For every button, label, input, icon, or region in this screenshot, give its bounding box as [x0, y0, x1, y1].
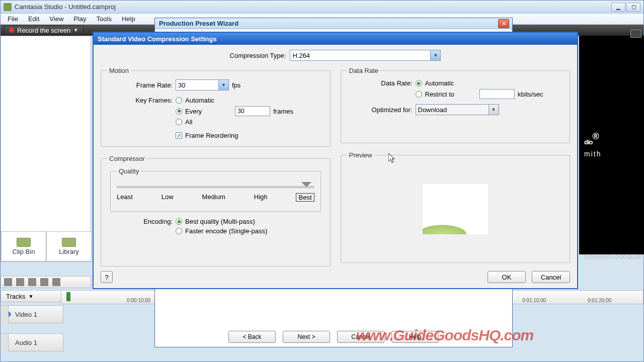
paste-icon[interactable] [52, 278, 60, 286]
minimize-button[interactable] [611, 3, 625, 12]
next-button[interactable]: Next > [283, 331, 330, 343]
record-screen-button[interactable]: Record the screen ▼ [4, 26, 84, 35]
preview-group: Preview [341, 151, 571, 263]
track-video[interactable]: Video 1 [1, 305, 63, 323]
menu-tools[interactable]: Tools [92, 14, 117, 24]
keyframes-label: Key Frames: [132, 97, 173, 104]
frame-rate-value: 30 [178, 81, 185, 89]
lock-icon[interactable] [1, 306, 9, 324]
watermark-text: www.GuideGoodsHQ.com [356, 327, 533, 344]
slider-label: Medium [202, 193, 225, 202]
optimized-select[interactable]: Download ▼ [416, 104, 499, 115]
menu-file[interactable]: File [3, 14, 23, 24]
folder-icon [17, 238, 31, 247]
back-button[interactable]: < Back [228, 331, 276, 343]
keyframes-every-input[interactable] [235, 106, 270, 116]
titlebar: Camtasia Studio - Untitled.camproj [1, 1, 643, 14]
chevron-down-icon: ▼ [29, 294, 34, 299]
datarate-input[interactable] [479, 89, 515, 99]
frame-reordering-checkbox[interactable] [176, 132, 182, 139]
chevron-down-icon: ▼ [218, 80, 228, 90]
datarate-group: Data Rate Data Rate: Automatic Restrict … [341, 67, 571, 143]
keyframes-auto-radio[interactable] [176, 97, 182, 104]
slider-thumb-icon[interactable] [301, 182, 311, 190]
slider-label: High [254, 193, 268, 202]
slider-label: Least [117, 193, 133, 202]
ok-button[interactable]: OK [488, 271, 526, 283]
chevron-down-icon: ▼ [430, 50, 440, 60]
frames-label: frames [273, 108, 293, 115]
slider-label: Low [162, 193, 174, 202]
menu-play[interactable]: Play [68, 14, 91, 24]
cut-icon[interactable] [28, 278, 36, 286]
window-controls [611, 3, 640, 12]
frame-reordering-label: Frame Reordering [185, 132, 238, 139]
brand-logo: dio® mith [584, 131, 601, 158]
encoding-fast-radio[interactable] [176, 228, 182, 234]
compression-settings-dialog: Standard Video Compression Settings Comp… [93, 32, 578, 289]
encoding-fast-label: Faster encode (Single-pass) [185, 227, 267, 235]
playhead[interactable] [66, 292, 70, 301]
library-label: Library [59, 248, 79, 255]
keyframes-every-label: Every [185, 108, 202, 115]
datarate-unit-label: kbits/sec [518, 90, 543, 98]
cancel-button[interactable]: Cancel [532, 271, 570, 283]
ruler-tick: 0:00:10;00 [127, 298, 150, 303]
copy-icon[interactable] [40, 278, 48, 286]
encoding-label: Encoding: [137, 218, 173, 225]
clip-bin-label: Clip Bin [13, 248, 35, 255]
record-icon [9, 28, 14, 33]
fps-label: fps [232, 81, 240, 89]
quality-group: Quality Least Low Medium High Best [110, 167, 321, 212]
compression-type-label: Compression Type: [230, 52, 286, 59]
track-audio[interactable]: Audio 1 [1, 333, 63, 351]
record-label: Record the screen [17, 27, 70, 34]
slider-label: Best [296, 193, 314, 202]
help-button[interactable]: ? [101, 271, 113, 283]
timeline-toolbar [1, 276, 91, 288]
encoding-best-radio[interactable] [176, 218, 182, 225]
ruler-tick: 0:01:10;00 [522, 298, 546, 303]
clip-panel: Clip Bin Library [1, 36, 91, 262]
ruler-tick: 0:01:20;00 [588, 298, 611, 303]
quality-slider[interactable]: Least Low Medium High Best [117, 182, 314, 204]
preview-image [423, 184, 488, 234]
keyframes-all-label: All [185, 118, 192, 126]
preview-legend: Preview [347, 151, 374, 159]
window-title: Camtasia Studio - Untitled.camproj [15, 3, 611, 11]
lock-icon[interactable] [1, 334, 9, 352]
menu-help[interactable]: Help [117, 14, 140, 24]
close-button[interactable]: ✕ [498, 19, 509, 28]
frame-rate-select[interactable]: 30 ▼ [176, 79, 229, 90]
datarate-auto-radio[interactable] [416, 80, 422, 86]
menu-view[interactable]: View [44, 14, 68, 24]
preview-pane: dio® mith 0:00:00;00 / 0:00:00;00 [579, 36, 644, 254]
encoding-best-label: Best quality (Multi-pass) [185, 218, 255, 225]
datarate-legend: Data Rate [347, 67, 381, 74]
keyframes-auto-label: Automatic [185, 97, 214, 104]
datarate-auto-label: Automatic [425, 79, 454, 87]
frame-rate-label: Frame Rate: [132, 81, 173, 89]
keyframes-all-radio[interactable] [176, 119, 182, 125]
redo-icon[interactable] [16, 278, 24, 286]
menu-edit[interactable]: Edit [23, 14, 44, 24]
keyframes-every-radio[interactable] [176, 108, 182, 115]
wizard-title: Production Preset Wizard [155, 18, 512, 29]
app-icon [4, 3, 12, 11]
compressor-group: Compressor Quality Least Low Medium High [101, 155, 331, 266]
compression-type-select[interactable]: H.264 ▼ [290, 50, 441, 61]
motion-group: Motion Frame Rate: 30 ▼ fps Key Frames: [101, 67, 331, 147]
track-label: Audio 1 [15, 339, 37, 346]
clip-bin-tab[interactable]: Clip Bin [1, 231, 46, 261]
datarate-restrict-radio[interactable] [416, 91, 422, 98]
maximize-button[interactable] [626, 3, 640, 12]
datarate-restrict-label: Restrict to [425, 90, 455, 98]
track-label: Video 1 [15, 311, 37, 318]
compression-type-value: H.264 [292, 52, 310, 59]
folder-icon [62, 238, 76, 247]
library-tab[interactable]: Library [46, 231, 92, 261]
undo-icon[interactable] [4, 278, 12, 286]
chevron-down-icon: ▼ [489, 105, 499, 115]
fullscreen-button[interactable] [630, 30, 641, 38]
compressor-legend: Compressor [107, 155, 147, 162]
